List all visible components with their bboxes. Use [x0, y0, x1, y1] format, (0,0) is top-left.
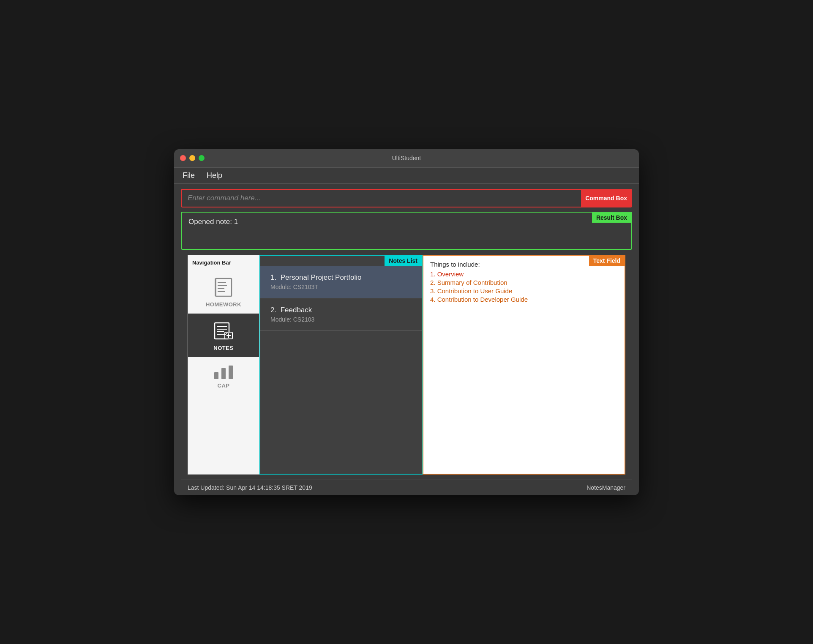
- note-2-module: Module: CS2103: [270, 316, 413, 323]
- nav-item-homework[interactable]: HOMEWORK: [188, 270, 259, 314]
- last-updated: Last Updated: Sun Apr 14 14:18:35 SRET 2…: [188, 484, 312, 491]
- svg-rect-16: [221, 368, 226, 379]
- nav-bar: Navigation Bar HOMEWORK: [188, 255, 259, 475]
- note-item-1[interactable]: 1. Personal Project Portfolio Module: CS…: [260, 266, 422, 298]
- svg-rect-3: [218, 288, 224, 289]
- title-bar: UltiStudent: [174, 149, 639, 168]
- svg-rect-0: [216, 278, 232, 296]
- result-box-content: Opened note: 1: [182, 213, 631, 249]
- nav-item-notes[interactable]: NOTES: [188, 314, 259, 357]
- svg-rect-1: [218, 282, 226, 283]
- svg-rect-2: [218, 285, 227, 286]
- menu-bar: File Help: [174, 168, 639, 184]
- manager-label: NotesManager: [587, 484, 625, 491]
- notes-icon: [212, 319, 235, 342]
- help-menu[interactable]: Help: [205, 169, 224, 182]
- result-box: Result Box Opened note: 1: [181, 212, 632, 250]
- homework-icon: [212, 276, 235, 299]
- text-item-3: 3. Contribution to User Guide: [430, 287, 618, 295]
- result-box-label: Result Box: [592, 213, 631, 223]
- text-item-4: 4. Contribution to Developer Guide: [430, 296, 618, 303]
- result-text: Opened note: 1: [188, 218, 238, 226]
- homework-label: HOMEWORK: [206, 301, 241, 308]
- close-button[interactable]: [180, 155, 186, 161]
- file-menu[interactable]: File: [181, 169, 196, 182]
- note-1-module: Module: CS2103T: [270, 284, 413, 290]
- cap-label: CAP: [218, 382, 230, 389]
- text-field-label: Text Field: [589, 256, 625, 266]
- nav-item-cap[interactable]: CAP: [188, 357, 259, 395]
- nav-bar-title: Navigation Bar: [188, 259, 231, 266]
- command-input[interactable]: [182, 190, 581, 207]
- note-1-title: 1. Personal Project Portfolio: [270, 273, 413, 282]
- svg-rect-17: [229, 366, 233, 379]
- bottom-panel: Navigation Bar HOMEWORK: [181, 255, 632, 475]
- maximize-button[interactable]: [199, 155, 205, 161]
- cap-icon: [212, 363, 235, 380]
- notes-list: Notes List 1. Personal Project Portfolio…: [259, 255, 423, 475]
- svg-rect-5: [215, 278, 216, 296]
- note-2-title: 2. Feedback: [270, 306, 413, 314]
- text-item-2: 2. Summary of Contribution: [430, 279, 618, 286]
- note-item-2[interactable]: 2. Feedback Module: CS2103: [260, 298, 422, 331]
- app-window: UltiStudent File Help Command Box Result…: [174, 149, 639, 495]
- minimize-button[interactable]: [189, 155, 195, 161]
- command-box-label: Command Box: [581, 190, 631, 207]
- notes-label: NOTES: [213, 345, 233, 351]
- svg-rect-15: [214, 372, 218, 379]
- window-title: UltiStudent: [392, 155, 421, 161]
- text-item-1: 1. Overview: [430, 270, 618, 278]
- notes-list-label: Notes List: [385, 256, 422, 266]
- text-field: Text Field Things to include: 1. Overvie…: [423, 255, 625, 475]
- svg-rect-4: [218, 291, 225, 292]
- status-bar: Last Updated: Sun Apr 14 14:18:35 SRET 2…: [181, 480, 632, 495]
- command-box-wrapper: Command Box: [181, 189, 632, 207]
- traffic-lights: [180, 155, 205, 161]
- main-content: Command Box Result Box Opened note: 1 Na…: [174, 184, 639, 495]
